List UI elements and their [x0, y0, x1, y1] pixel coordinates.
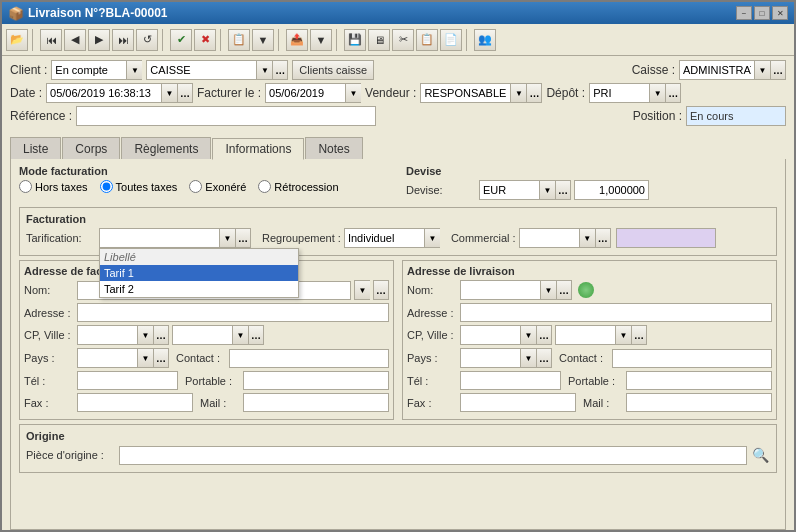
fact-pays-extra-btn[interactable]: …: [153, 348, 169, 368]
devise-rate-input[interactable]: [574, 180, 649, 200]
radio-toutes-taxes-input[interactable]: [100, 180, 113, 193]
client-value-dropdown-btn[interactable]: ▼: [256, 60, 272, 80]
caisse-extra-btn[interactable]: …: [770, 60, 786, 80]
vendeur-extra-btn[interactable]: …: [526, 83, 542, 103]
prev-button[interactable]: ◀: [64, 29, 86, 51]
fact-pays-dropdown-btn[interactable]: ▼: [137, 348, 153, 368]
liv-ville-input[interactable]: [555, 325, 615, 345]
open-button[interactable]: 📂: [6, 29, 28, 51]
client-type-dropdown-btn[interactable]: ▼: [126, 60, 142, 80]
liv-ville-extra-btn[interactable]: …: [631, 325, 647, 345]
liv-fax-input[interactable]: [460, 393, 576, 412]
liv-adresse-input[interactable]: [460, 303, 772, 322]
refresh-button[interactable]: ↺: [136, 29, 158, 51]
depot-dropdown-btn[interactable]: ▼: [649, 83, 665, 103]
radio-hors-taxes-input[interactable]: [19, 180, 32, 193]
save-button[interactable]: 💾: [344, 29, 366, 51]
fact-nom-dropdown-btn[interactable]: ▼: [354, 280, 370, 300]
next-button[interactable]: ▶: [88, 29, 110, 51]
liv-nom-dropdown-btn[interactable]: ▼: [540, 280, 556, 300]
minimize-button[interactable]: −: [736, 6, 752, 20]
liv-pays-input[interactable]: [460, 348, 520, 368]
fact-ville-input[interactable]: [172, 325, 232, 345]
liv-mail-input[interactable]: [626, 393, 772, 412]
date-input[interactable]: [46, 83, 161, 103]
caisse-input[interactable]: [679, 60, 754, 80]
fact-ville-dropdown-btn[interactable]: ▼: [232, 325, 248, 345]
radio-retrocession-input[interactable]: [258, 180, 271, 193]
commercial-extra-btn[interactable]: …: [595, 228, 611, 248]
regroupement-input[interactable]: [344, 228, 424, 248]
document-button[interactable]: 📋: [228, 29, 250, 51]
fact-cp-extra-btn[interactable]: …: [153, 325, 169, 345]
vendeur-dropdown-btn[interactable]: ▼: [510, 83, 526, 103]
validate-button[interactable]: ✔: [170, 29, 192, 51]
client-type-input[interactable]: [51, 60, 126, 80]
liv-cp-extra-btn[interactable]: …: [536, 325, 552, 345]
depot-input[interactable]: [589, 83, 649, 103]
tab-corps[interactable]: Corps: [62, 137, 120, 159]
liv-cp-dropdown-btn[interactable]: ▼: [520, 325, 536, 345]
radio-retrocession[interactable]: Rétrocession: [258, 180, 338, 193]
reference-input[interactable]: [76, 106, 376, 126]
fact-ville-extra-btn[interactable]: …: [248, 325, 264, 345]
vendeur-input[interactable]: [420, 83, 510, 103]
fact-adresse-input[interactable]: [77, 303, 389, 322]
fact-fax-input[interactable]: [77, 393, 193, 412]
client-value-extra-btn[interactable]: …: [272, 60, 288, 80]
fact-tel-input[interactable]: [77, 371, 178, 390]
fact-cp-dropdown-btn[interactable]: ▼: [137, 325, 153, 345]
regroupement-dropdown-btn[interactable]: ▼: [424, 228, 440, 248]
users-button[interactable]: 👥: [474, 29, 496, 51]
date-dropdown-btn[interactable]: ▼: [161, 83, 177, 103]
radio-toutes-taxes[interactable]: Toutes taxes: [100, 180, 178, 193]
clients-caisse-button[interactable]: Clients caisse: [292, 60, 374, 80]
liv-contact-input[interactable]: [612, 349, 772, 368]
facturer-input[interactable]: [265, 83, 345, 103]
export-dropdown-button[interactable]: ▼: [310, 29, 332, 51]
tarification-input[interactable]: [99, 228, 219, 248]
tarification-extra-btn[interactable]: …: [235, 228, 251, 248]
piece-origine-input[interactable]: [119, 446, 747, 465]
last-button[interactable]: ⏭: [112, 29, 134, 51]
dropdown-item-tarif2[interactable]: Tarif 2: [100, 281, 298, 297]
fact-pays-input[interactable]: [77, 348, 137, 368]
cancel-button[interactable]: ✖: [194, 29, 216, 51]
fact-portable-input[interactable]: [243, 371, 389, 390]
depot-extra-btn[interactable]: …: [665, 83, 681, 103]
liv-ville-dropdown-btn[interactable]: ▼: [615, 325, 631, 345]
tab-liste[interactable]: Liste: [10, 137, 61, 159]
monitor-button[interactable]: 🖥: [368, 29, 390, 51]
facturer-dropdown-btn[interactable]: ▼: [345, 83, 361, 103]
tab-notes[interactable]: Notes: [305, 137, 362, 159]
dropdown-item-libelle[interactable]: Libellé: [100, 249, 298, 265]
copy-button[interactable]: 📋: [416, 29, 438, 51]
client-value-input[interactable]: [146, 60, 256, 80]
tab-reglements[interactable]: Règlements: [121, 137, 211, 159]
devise-dropdown-btn[interactable]: ▼: [539, 180, 555, 200]
liv-tel-input[interactable]: [460, 371, 561, 390]
fact-nom-extra-btn[interactable]: …: [373, 280, 389, 300]
radio-exonere-input[interactable]: [189, 180, 202, 193]
document-dropdown-button[interactable]: ▼: [252, 29, 274, 51]
fact-contact-input[interactable]: [229, 349, 389, 368]
first-button[interactable]: ⏮: [40, 29, 62, 51]
commercial-value-input[interactable]: [616, 228, 716, 248]
liv-cp-input[interactable]: [460, 325, 520, 345]
dropdown-item-tarif1[interactable]: Tarif 1: [100, 265, 298, 281]
fact-cp-input[interactable]: [77, 325, 137, 345]
liv-pays-dropdown-btn[interactable]: ▼: [520, 348, 536, 368]
caisse-dropdown-btn[interactable]: ▼: [754, 60, 770, 80]
tab-informations[interactable]: Informations: [212, 138, 304, 160]
radio-hors-taxes[interactable]: Hors taxes: [19, 180, 88, 193]
commercial-input[interactable]: [519, 228, 579, 248]
devise-input[interactable]: [479, 180, 539, 200]
export-button[interactable]: 📤: [286, 29, 308, 51]
tarification-dropdown-btn[interactable]: ▼: [219, 228, 235, 248]
paste-button[interactable]: 📄: [440, 29, 462, 51]
cut-button[interactable]: ✂: [392, 29, 414, 51]
close-button[interactable]: ✕: [772, 6, 788, 20]
devise-extra-btn[interactable]: …: [555, 180, 571, 200]
liv-pays-extra-btn[interactable]: …: [536, 348, 552, 368]
fact-mail-input[interactable]: [243, 393, 389, 412]
